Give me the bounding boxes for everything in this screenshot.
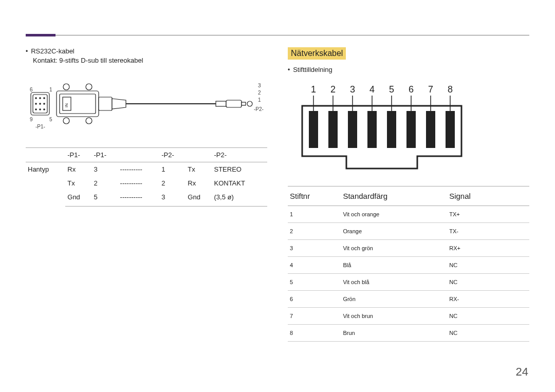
table-row: 5Vit och blåNC [288,274,529,291]
p1-diagram-label: -P1- [35,124,45,129]
th-signal: Signal [447,186,529,206]
svg-point-10 [44,109,45,110]
lan-pin-table: Stiftnr Standardfärg Signal 1Vit och ora… [288,186,529,342]
svg-point-5 [35,103,36,104]
svg-point-14 [86,84,92,90]
svg-point-7 [44,103,45,104]
pin1-label: 1 [49,87,52,92]
svg-point-13 [63,84,69,90]
accent-bar [26,34,55,36]
rj45-svg: 1 2 3 4 5 6 7 8 [299,84,474,172]
right-column: Nätverkskabel • Stifttilldelning 1 2 3 4… [288,47,529,342]
table-row: 3Vit och grönRX+ [288,240,529,257]
svg-rect-21 [226,100,242,107]
svg-text:2: 2 [330,84,336,95]
svg-point-23 [247,101,252,106]
svg-rect-43 [367,111,377,148]
pin-assignment-text: Stifttilldelning [293,66,332,74]
svg-rect-46 [426,111,435,148]
cable-diagram: IN 6 1 9 5 -P1- [26,76,267,142]
p2-pin1-label: 1 [258,97,261,103]
th-p2a: -P2- [159,148,186,162]
svg-rect-44 [387,111,396,148]
th-pinno: Stiftnr [288,186,341,206]
svg-rect-42 [348,111,357,148]
svg-point-3 [40,98,41,99]
rj45-diagram: 1 2 3 4 5 6 7 8 [288,77,529,186]
cable-name-line: • RS232C-kabel [26,47,267,55]
svg-rect-22 [242,102,246,105]
svg-rect-47 [446,111,455,148]
svg-point-16 [86,118,92,124]
svg-point-8 [35,109,36,110]
svg-point-6 [40,103,41,104]
rowlabel: Hantyp [26,162,65,207]
p2-pin3-label: 3 [258,83,261,88]
svg-text:8: 8 [448,84,453,95]
connector-desc: Kontakt: 9-stifts D-sub till stereokabel [33,57,267,64]
svg-rect-20 [216,101,226,106]
page-number: 24 [516,365,528,379]
th-blank3 [186,148,212,162]
bullet-dot: • [26,47,28,55]
th-p1a: -P1- [65,148,91,162]
svg-text:4: 4 [369,84,375,95]
svg-point-2 [35,98,36,99]
rs232-pin-table: -P1- -P1- -P2- -P2- Hantyp Rx 3 --------… [26,147,267,207]
table-row: 1Vit och orangeTX+ [288,206,529,223]
table-row: Hantyp Rx 3 ---------- 1 Tx STEREO [26,162,267,177]
svg-text:3: 3 [350,84,355,95]
svg-text:5: 5 [389,84,394,95]
table-row: 8BrunNC [288,325,529,342]
svg-rect-45 [406,111,416,148]
svg-rect-40 [309,111,318,148]
svg-point-9 [40,109,41,110]
bullet-dot: • [288,66,290,74]
cable-svg: IN [26,76,267,142]
pin9-label: 9 [30,117,33,122]
pin-assignment-line: • Stifttilldelning [288,66,529,74]
table-row: 4BlåNC [288,257,529,274]
svg-point-15 [63,118,69,124]
top-divider [26,35,529,35]
cable-name: RS232C-kabel [31,47,75,55]
table-row: 7Vit och brunNC [288,308,529,325]
svg-rect-41 [328,111,338,148]
left-column: • RS232C-kabel Kontakt: 9-stifts D-sub t… [26,47,267,342]
svg-point-4 [44,98,45,99]
th-color: Standardfärg [341,186,447,206]
table-row: 2OrangeTX- [288,223,529,240]
th-blank2 [118,148,160,162]
table-row: 6GrönRX- [288,291,529,308]
th-blank [26,148,65,162]
svg-text:1: 1 [311,84,316,95]
p2-pin2-label: 2 [258,90,261,96]
svg-text:IN: IN [64,103,69,107]
p2-diagram-label: -P2- [254,106,264,112]
svg-rect-19 [99,97,112,110]
svg-text:6: 6 [409,84,414,95]
pin6-label: 6 [30,87,33,92]
section-title: Nätverkskabel [288,47,346,60]
svg-text:7: 7 [428,84,433,95]
th-p2b: -P2- [212,148,267,162]
th-p1b: -P1- [91,148,118,162]
pin5-label: 5 [49,117,52,122]
